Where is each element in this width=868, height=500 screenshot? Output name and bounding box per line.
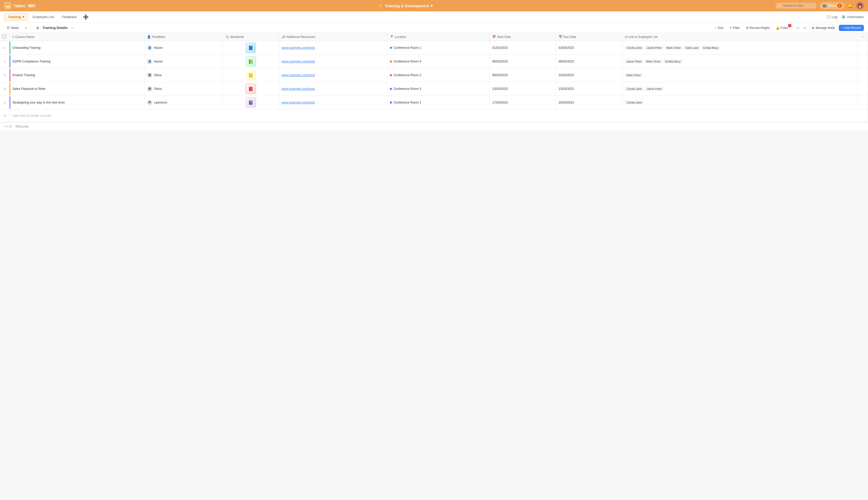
location-text: Conference Room 2	[393, 73, 421, 77]
workbook-cell[interactable]: 📘	[223, 41, 279, 55]
filter-button[interactable]: ▽ Filter	[727, 25, 742, 31]
top-nav-left: 🗂️ Tables Beta	[4, 2, 36, 9]
toolbar-left: ☰ Views + ⊞ Training Details ⋯	[4, 25, 711, 31]
tab-employee-list[interactable]: Employee List	[29, 13, 58, 20]
add-row-button[interactable]: + + 5	[4, 125, 11, 128]
resources-header-label: Additional Resources	[286, 35, 315, 39]
employee-tag[interactable]: Cecilia John	[625, 87, 644, 91]
due-date-cell: 20/03/2023	[556, 96, 622, 110]
resources-link[interactable]: www.example.com/book	[282, 87, 315, 91]
sort-icon: ↕	[715, 26, 717, 30]
add-column-header[interactable]: +	[858, 33, 868, 41]
facilitator-name: Hazen	[154, 60, 163, 63]
filter-label: Filter	[733, 26, 740, 30]
table-link-icon: ⊞	[625, 35, 628, 39]
location-dot	[390, 102, 392, 104]
resources-link[interactable]: www.example.com/book	[282, 60, 315, 63]
tab-training[interactable]: Training ▾	[4, 13, 28, 21]
top-nav-right: 👥 Share 6 🔔 👩	[775, 2, 864, 10]
color-label: Color	[781, 26, 788, 30]
app-title: Tables	[13, 4, 25, 8]
resources-link[interactable]: www.example.com/book	[282, 101, 315, 104]
views-button[interactable]: ☰ Views	[4, 25, 21, 31]
log-action[interactable]: 🕐 Log	[826, 15, 837, 19]
facilitator-name: Hazen	[154, 46, 163, 49]
resources-link[interactable]: www.example.com/book	[282, 73, 315, 77]
course-name-text: Strategizing your way to the next level	[12, 101, 65, 104]
view-options-button[interactable]: ⋯	[69, 25, 77, 31]
undo-button[interactable]: ↩	[795, 25, 801, 31]
select-all-header[interactable]	[0, 33, 10, 41]
linked-employees-cell: Cecilia John	[622, 96, 858, 110]
beta-badge: Beta	[27, 4, 36, 8]
extra-cell	[858, 41, 868, 55]
facilitator-cell: 👨Lawrence	[144, 96, 223, 110]
workbook-cell[interactable]: 📗	[223, 55, 279, 68]
location-dot	[390, 47, 392, 49]
due-date-text: 08/03/2023	[559, 60, 574, 63]
employee-tag[interactable]: Jamie Peter	[645, 87, 664, 91]
header-link-employee: ⊞ Link to Employee List	[622, 33, 858, 41]
employee-tag[interactable]: Jamie Peter	[645, 46, 664, 50]
select-all-checkbox[interactable]	[3, 35, 6, 38]
employee-tag[interactable]: Cecilia John	[625, 46, 644, 50]
avatar[interactable]: 👩	[856, 2, 864, 10]
workbook-thumbnail: 📗	[246, 56, 256, 67]
add-record-button[interactable]: + Add Record	[839, 25, 864, 31]
undo-redo: ↩ ↪	[795, 25, 808, 31]
workbook-cell[interactable]: 📕	[223, 82, 279, 96]
course-name-cell[interactable]: Onboarding Training	[10, 41, 144, 55]
employee-tag[interactable]: Cecilia John	[625, 101, 644, 105]
new-record-course-cell[interactable]: Type here to create a record	[10, 110, 868, 122]
tab-feedback[interactable]: Feedback	[58, 13, 80, 20]
redo-button[interactable]: ↪	[802, 25, 808, 31]
workbook-cell[interactable]: 📓	[223, 96, 279, 110]
calendar-due-icon: 📅	[559, 35, 563, 39]
share-count: 6	[837, 4, 842, 8]
employee-tag[interactable]: Emilia Macy	[701, 46, 720, 50]
attachment-icon: 📎	[225, 35, 230, 39]
employee-tag[interactable]: Mark Victor	[665, 46, 683, 50]
table-row: 1Onboarding Training👤Hazen📘www.example.c…	[0, 41, 868, 55]
add-record-label: + Add Record	[842, 26, 861, 30]
calendar-start-icon: 📅	[492, 35, 497, 39]
add-tab-button[interactable]: ➕	[81, 14, 90, 20]
bell-icon[interactable]: 🔔	[848, 3, 853, 8]
facilitator-avatar: 👩	[147, 86, 152, 91]
linked-employees-cell: Cecilia JohnJamie PeterMark VictorSally …	[622, 41, 858, 55]
course-name-cell[interactable]: Strategizing your way to the next level	[10, 96, 144, 110]
employee-tag[interactable]: Mark Victor	[625, 73, 642, 77]
automation-action[interactable]: ⚙️ Automation	[842, 15, 864, 19]
link-employee-header-label: Link to Employee List	[628, 35, 658, 39]
add-view-button[interactable]: +	[22, 25, 30, 31]
share-label: Share	[828, 4, 836, 8]
tab-dropdown-icon[interactable]: ▾	[22, 15, 24, 19]
tab-bar: Training ▾ Employee List Feedback ➕ 🕐 Lo…	[0, 11, 868, 23]
start-date-text: 09/03/2023	[492, 73, 508, 77]
view-name: Training Details	[43, 26, 68, 30]
dropdown-icon[interactable]: ▾	[431, 3, 433, 8]
resources-cell: www.example.com/book	[279, 82, 387, 96]
employee-tag[interactable]: Emilia Macy	[663, 59, 682, 64]
resources-link[interactable]: www.example.com/book	[282, 46, 315, 49]
location-cell: Conference Room 2	[387, 68, 489, 82]
course-name-cell[interactable]: Sales Playbook to Refer	[10, 82, 144, 96]
manage-fields-button[interactable]: ⊞ Manage fields	[809, 24, 838, 31]
grid-icon-btn[interactable]: ⊞	[34, 25, 42, 31]
workbook-cell[interactable]: 📒	[223, 68, 279, 82]
share-button[interactable]: 👥 Share 6	[820, 2, 845, 9]
employee-tag[interactable]: Sally Luke	[684, 46, 700, 50]
search-input[interactable]	[775, 3, 816, 9]
start-date-text: 13/03/2023	[492, 87, 508, 91]
color-button[interactable]: 🔔 Color 1	[773, 25, 791, 31]
record-height-button[interactable]: ⊟ Record Height	[743, 25, 772, 31]
facilitator-name: Olivia	[154, 73, 161, 77]
new-record-placeholder: Type here to create a record	[12, 114, 51, 117]
tab-bar-actions: 🕐 Log ⚙️ Automation	[826, 15, 864, 19]
employee-tag[interactable]: Mark Victor	[644, 59, 662, 64]
header-course-name: ⇅ Course Name	[10, 33, 144, 41]
sort-button[interactable]: ↕ Sort	[712, 24, 726, 31]
course-name-cell[interactable]: GDPR Compliance Training	[10, 55, 144, 68]
employee-tag[interactable]: Jamie Peter	[625, 59, 643, 64]
course-name-cell[interactable]: Product Training	[10, 68, 144, 82]
